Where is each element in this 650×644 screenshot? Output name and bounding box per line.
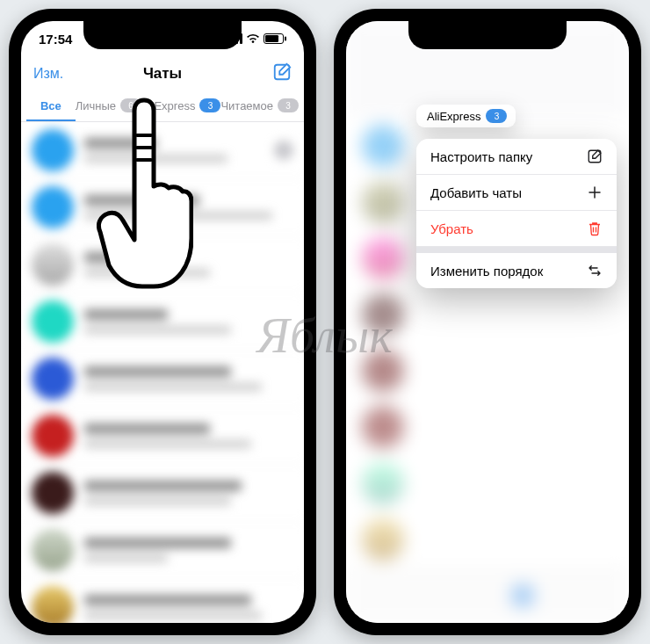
list-item[interactable] <box>21 465 304 522</box>
page-title: Чаты <box>21 65 304 83</box>
svg-rect-6 <box>285 37 286 41</box>
list-item[interactable] <box>21 293 304 351</box>
wifi-icon <box>246 33 260 44</box>
menu-item-label: Изменить порядок <box>430 264 543 279</box>
folder-tab-badge: 3 <box>278 98 299 112</box>
list-item[interactable] <box>21 408 304 465</box>
folder-tab-personal[interactable]: Личные6 <box>76 91 141 121</box>
phone-right: AliExpress 3 Настроить папку Добавить ча… <box>334 9 641 635</box>
avatar <box>32 529 74 571</box>
notch <box>83 21 242 49</box>
folder-tab-label: AliExpress <box>141 99 195 112</box>
folder-pill-badge: 3 <box>486 109 507 123</box>
reorder-icon <box>587 263 603 279</box>
avatar <box>32 186 74 228</box>
avatar <box>32 300 74 343</box>
trash-icon <box>587 221 603 236</box>
folder-tab-label: Личные <box>76 99 116 112</box>
compose-button[interactable] <box>272 62 292 85</box>
nav-bar: Изм. Чаты <box>21 56 304 91</box>
list-item[interactable] <box>21 236 304 293</box>
list-item[interactable] <box>21 351 304 408</box>
menu-separator <box>416 247 617 253</box>
notch <box>408 21 567 49</box>
list-item[interactable] <box>21 122 304 179</box>
menu-item-label: Убрать <box>430 221 473 236</box>
avatar <box>32 586 74 623</box>
svg-rect-5 <box>265 35 278 42</box>
compose-icon <box>587 148 603 164</box>
folder-tab-label: Читаемое <box>220 99 273 112</box>
folder-tab-badge: 6 <box>120 98 141 112</box>
folder-tab-label: Все <box>40 99 61 112</box>
avatar <box>32 415 74 457</box>
folder-tab-all[interactable]: Все <box>26 91 76 121</box>
menu-item-remove[interactable]: Убрать <box>416 211 617 247</box>
svg-rect-14 <box>589 150 601 163</box>
folder-pill-label: AliExpress <box>427 110 480 123</box>
menu-item-label: Добавить чаты <box>430 185 522 200</box>
plus-icon <box>587 185 603 200</box>
folder-tab-aliexpress[interactable]: AliExpress3 <box>141 91 220 121</box>
menu-item-add-chats[interactable]: Добавить чаты <box>416 175 617 211</box>
avatar <box>32 358 74 400</box>
avatar <box>32 472 74 514</box>
menu-item-reorder[interactable]: Изменить порядок <box>416 253 617 288</box>
chat-list[interactable] <box>21 122 304 623</box>
edit-button[interactable]: Изм. <box>33 66 63 82</box>
folder-pill[interactable]: AliExpress 3 <box>416 105 516 127</box>
list-item[interactable] <box>21 522 304 579</box>
list-item[interactable] <box>21 579 304 623</box>
menu-item-edit-folder[interactable]: Настроить папку <box>416 139 617 175</box>
status-time: 17:54 <box>39 32 72 47</box>
folder-tab-read[interactable]: Читаемое3 <box>220 91 299 121</box>
phone-left: 17:54 Изм. Чаты Все Личные6 AliExpress3 … <box>9 9 316 635</box>
avatar <box>32 129 74 171</box>
folder-context-menu: Настроить папку Добавить чаты Убрать Изм… <box>416 139 617 288</box>
unread-badge <box>274 141 293 160</box>
battery-icon <box>264 33 286 44</box>
folder-tab-badge: 3 <box>199 98 220 112</box>
menu-item-label: Настроить папку <box>430 149 532 164</box>
folder-tabs: Все Личные6 AliExpress3 Читаемое3 <box>21 91 304 122</box>
list-item[interactable] <box>21 179 304 236</box>
avatar <box>32 243 74 286</box>
